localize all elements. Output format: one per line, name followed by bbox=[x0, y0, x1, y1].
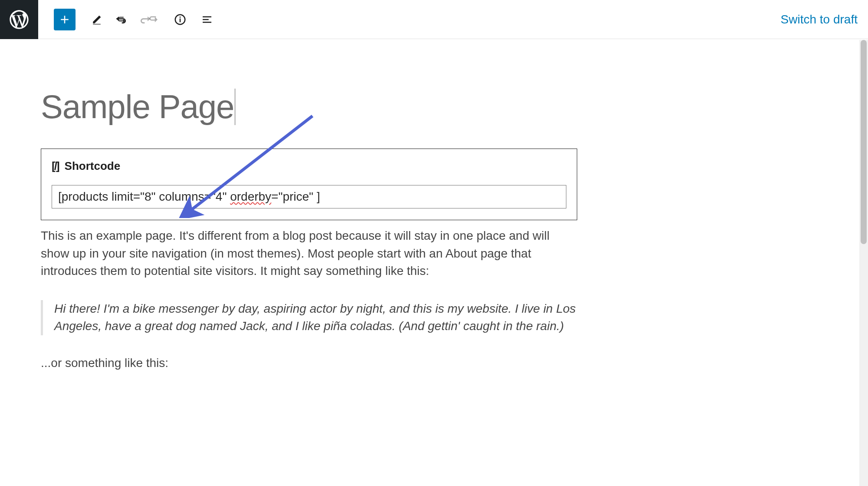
outline-button[interactable] bbox=[196, 9, 218, 30]
shortcode-icon: [/] bbox=[52, 159, 59, 173]
shortcode-input[interactable]: [products limit="8" columns="4" orderby=… bbox=[52, 185, 566, 208]
edit-mode-button[interactable] bbox=[86, 9, 108, 30]
details-button[interactable] bbox=[169, 9, 191, 30]
shortcode-block[interactable]: [/] Shortcode [products limit="8" column… bbox=[41, 149, 577, 220]
editor-canvas[interactable]: Sample Page [/] Shortcode [products limi… bbox=[0, 40, 859, 486]
switch-to-draft-button[interactable]: Switch to draft bbox=[781, 0, 858, 39]
wordpress-home-button[interactable] bbox=[0, 0, 38, 39]
wordpress-logo-icon bbox=[8, 8, 30, 31]
svg-rect-2 bbox=[180, 17, 181, 18]
page-title[interactable]: Sample Page bbox=[41, 88, 577, 128]
shortcode-text-pre: [products limit="8" columns="4" bbox=[58, 190, 230, 203]
redo-icon bbox=[147, 13, 160, 26]
after-paragraph[interactable]: ...or something like this: bbox=[41, 356, 577, 370]
quote-block[interactable]: Hi there! I'm a bike messenger by day, a… bbox=[41, 300, 577, 335]
shortcode-text-post: ="price" ] bbox=[271, 190, 320, 203]
scrollbar-thumb[interactable] bbox=[861, 40, 867, 244]
svg-rect-1 bbox=[180, 18, 181, 22]
undo-button[interactable] bbox=[115, 9, 137, 30]
text-caret bbox=[235, 89, 235, 125]
editor-toolbar: Switch to draft bbox=[0, 0, 868, 39]
info-icon bbox=[174, 13, 187, 26]
intro-paragraph[interactable]: This is an example page. It's different … bbox=[41, 227, 577, 280]
pencil-icon bbox=[90, 13, 103, 26]
shortcode-block-header: [/] Shortcode bbox=[52, 159, 566, 173]
add-block-button[interactable] bbox=[54, 9, 76, 30]
redo-button[interactable] bbox=[142, 9, 164, 30]
shortcode-label: Shortcode bbox=[65, 159, 121, 173]
shortcode-text-spell: orderby bbox=[230, 190, 271, 203]
plus-icon bbox=[58, 13, 71, 26]
page-title-text: Sample Page bbox=[41, 88, 234, 125]
vertical-scrollbar[interactable] bbox=[859, 40, 868, 486]
undo-arrow-icon bbox=[126, 13, 137, 26]
quote-text: Hi there! I'm a bike messenger by day, a… bbox=[54, 302, 576, 333]
list-view-icon bbox=[201, 13, 214, 26]
